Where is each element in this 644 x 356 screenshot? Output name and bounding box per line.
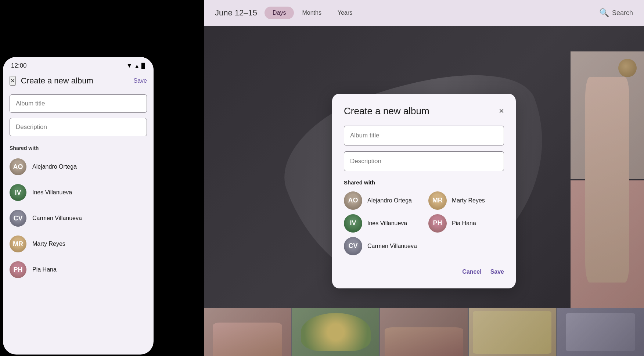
contact-name: Alejandro Ortega: [32, 163, 77, 170]
dialog-title: Create a new album: [344, 105, 429, 117]
avatar: MR: [10, 235, 26, 252]
shared-with-heading: Shared with: [3, 141, 154, 152]
phone-close-button[interactable]: ×: [10, 76, 16, 86]
dialog-footer: Cancel Save: [344, 266, 504, 278]
contact-name: Carmen Villanueva: [367, 243, 417, 249]
dialog-description-input[interactable]: [344, 151, 504, 171]
date-range-label: June 12–15: [215, 8, 257, 18]
phone-description-input[interactable]: [10, 118, 147, 136]
dialog-overlay: Create a new album × Shared with AO Alej…: [204, 26, 644, 356]
contact-name: Pia Hana: [452, 220, 476, 227]
phone-header: × Create a new album Save: [3, 72, 154, 89]
list-item: PH Pia Hana: [10, 257, 147, 283]
avatar: IV: [344, 214, 362, 233]
phone-album-title-input[interactable]: [10, 94, 147, 113]
search-area: 🔍 Search: [599, 8, 633, 18]
list-item: MR Marty Reyes: [10, 231, 147, 257]
avatar: MR: [428, 191, 447, 210]
contact-name: Ines Villanueva: [32, 189, 72, 196]
tablet-topbar: June 12–15 Days Months Years 🔍 Search: [204, 0, 644, 26]
tab-months[interactable]: Months: [294, 7, 329, 19]
contact-name: Marty Reyes: [452, 197, 485, 204]
list-item: PH Pia Hana: [428, 214, 504, 233]
dialog-close-button[interactable]: ×: [499, 107, 504, 115]
tab-years[interactable]: Years: [330, 7, 360, 19]
phone-time: 12:00: [11, 62, 27, 69]
contact-name: Pia Hana: [32, 266, 57, 273]
list-item: IV Ines Villanueva: [10, 180, 147, 205]
avatar: IV: [10, 184, 26, 201]
phone-header-title: Create a new album: [21, 76, 129, 86]
phone-form: [3, 89, 154, 141]
avatar: PH: [428, 214, 447, 233]
search-label[interactable]: Search: [612, 9, 633, 17]
contact-name: Marty Reyes: [32, 241, 65, 247]
signal-icon: ▲: [134, 63, 140, 69]
phone-status-icons: ▼ ▲ ▉: [126, 62, 145, 69]
avatar: CV: [10, 210, 26, 227]
phone-save-button[interactable]: Save: [134, 78, 147, 84]
list-item: CV Carmen Villanueva: [10, 205, 147, 231]
tab-days[interactable]: Days: [265, 7, 294, 19]
wifi-icon: ▼: [126, 62, 132, 69]
contact-name: Carmen Villanueva: [32, 215, 82, 222]
list-item: IV Ines Villanueva: [344, 214, 420, 233]
dialog-save-button[interactable]: Save: [490, 266, 504, 278]
list-item: MR Marty Reyes: [428, 191, 504, 210]
phone-device: 12:00 ▼ ▲ ▉ × Create a new album Save Sh…: [3, 57, 154, 355]
create-album-dialog: Create a new album × Shared with AO Alej…: [332, 94, 516, 288]
contact-name: Ines Villanueva: [367, 220, 407, 227]
search-icon[interactable]: 🔍: [599, 8, 609, 18]
contact-name: Alejandro Ortega: [367, 197, 412, 204]
tablet-device: June 12–15 Days Months Years 🔍 Search: [204, 0, 644, 356]
avatar: CV: [344, 237, 362, 255]
phone-status-bar: 12:00 ▼ ▲ ▉: [3, 57, 154, 72]
battery-icon: ▉: [141, 63, 145, 69]
list-item: CV Carmen Villanueva: [344, 237, 420, 255]
dialog-contacts-grid: AO Alejandro Ortega MR Marty Reyes IV In…: [344, 191, 504, 255]
avatar: PH: [10, 261, 26, 278]
avatar: AO: [10, 158, 26, 175]
dialog-album-title-input[interactable]: [344, 126, 504, 145]
avatar: AO: [344, 191, 362, 210]
list-item: AO Alejandro Ortega: [344, 191, 420, 210]
dialog-header: Create a new album ×: [344, 105, 504, 117]
list-item: AO Alejandro Ortega: [10, 154, 147, 180]
dialog-cancel-button[interactable]: Cancel: [462, 266, 481, 278]
phone-contacts-list: AO Alejandro Ortega IV Ines Villanueva C…: [3, 152, 154, 285]
dialog-shared-with-label: Shared with: [344, 179, 504, 186]
